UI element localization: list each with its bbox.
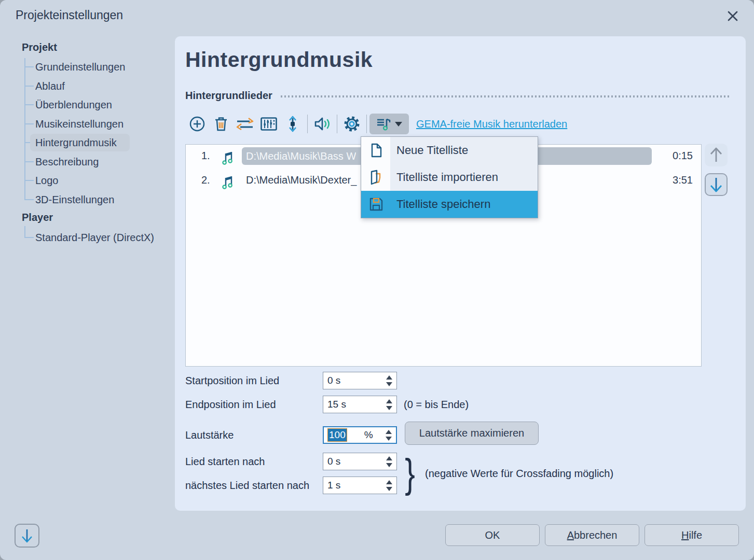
move-track-up-button[interactable] <box>705 144 728 166</box>
arrow-up-icon <box>708 147 724 163</box>
cancel-button-label: A <box>567 529 574 541</box>
song-start-field[interactable]: 0 s <box>323 453 397 470</box>
sidebar-item-beschreibung[interactable]: Beschreibung <box>35 156 99 168</box>
music-note-icon <box>221 175 235 192</box>
track-path: D:\Media\Musik\Dexter_ <box>246 174 357 186</box>
next-song-start-label: nächstes Lied starten nach <box>185 477 309 494</box>
tree-line <box>24 66 34 67</box>
arrow-down-icon <box>708 176 724 193</box>
tree-line <box>24 199 34 200</box>
move-track-down-button[interactable] <box>705 173 728 196</box>
help-button-label-rest: ilfe <box>689 529 702 541</box>
toolbar-separator <box>307 115 308 133</box>
endposition-field[interactable]: 15 s <box>323 396 397 413</box>
track-path: D:\Media\Musik\Bass W <box>246 150 356 162</box>
sidebar-item-ueberblendungen[interactable]: Überblendungen <box>35 99 112 111</box>
tree-line <box>24 104 34 105</box>
sidebar-group-player: Player <box>22 212 53 223</box>
project-settings-dialog: Projekteinstellungen Projekt Grundeinste… <box>0 0 754 560</box>
playlist-toolbar: GEMA-freie Musik herunterladen <box>185 113 567 135</box>
sidebar-group-projekt: Projekt <box>22 41 57 53</box>
endposition-label: Endposition im Lied <box>185 396 276 413</box>
section-label: Hintergrundlieder <box>185 90 272 102</box>
next-song-start-field[interactable]: 1 s <box>323 477 397 494</box>
track-duration: 0:15 <box>673 150 693 162</box>
spin-up[interactable] <box>386 480 392 484</box>
sidebar-item-logo[interactable]: Logo <box>35 174 59 187</box>
volume-field[interactable]: 100 % <box>323 426 397 444</box>
vertical-arrows-icon <box>287 116 298 132</box>
ok-button[interactable]: OK <box>445 524 540 546</box>
section-divider <box>281 95 730 97</box>
spin-up[interactable] <box>386 375 392 380</box>
add-track-button[interactable] <box>185 114 209 134</box>
ok-button-label: OK <box>485 529 500 541</box>
endposition-value: 15 s <box>327 399 346 410</box>
speaker-icon <box>314 117 331 131</box>
spin-down[interactable] <box>386 463 392 467</box>
tree-line <box>24 226 25 237</box>
menu-item-import-titlelist[interactable]: Titelliste importieren <box>361 164 538 191</box>
sidebar-item-musikeinstellungen[interactable]: Musikeinstellungen <box>35 118 124 130</box>
tree-line <box>24 86 34 87</box>
track-number: 2. <box>201 174 210 186</box>
spin-up[interactable] <box>386 399 392 403</box>
track-duration: 3:51 <box>673 174 693 186</box>
new-document-icon <box>368 143 384 158</box>
help-button[interactable]: Hilfe <box>645 524 739 546</box>
close-button[interactable] <box>726 9 739 23</box>
titlelist-dropdown-menu: Neue Titelliste Titelliste importieren <box>361 136 538 218</box>
startposition-field[interactable]: 0 s <box>323 372 397 389</box>
gema-music-link[interactable]: GEMA-freie Musik herunterladen <box>416 118 567 130</box>
spin-down[interactable] <box>386 406 392 410</box>
sidebar-item-hintergrundmusik[interactable]: Hintergrundmusik <box>35 136 117 149</box>
sidebar-item-ablauf[interactable]: Ablauf <box>35 80 65 92</box>
titlelist-menu-button[interactable] <box>369 114 409 134</box>
delete-track-button[interactable] <box>209 114 233 134</box>
volume-label: Lautstärke <box>185 426 234 444</box>
menu-item-new-titlelist[interactable]: Neue Titelliste <box>361 137 538 164</box>
page-title: Hintergrundmusik <box>185 48 373 72</box>
spin-up[interactable] <box>386 456 392 460</box>
save-icon <box>368 197 384 212</box>
sidebar-item-standard-player[interactable]: Standard-Player (DirectX) <box>35 231 154 244</box>
cancel-button-label-rest: bbrechen <box>574 529 617 541</box>
volume-value: 100 <box>328 429 347 441</box>
cancel-button[interactable]: Abbrechen <box>545 524 639 546</box>
maximize-volume-button[interactable]: Lautstärke maximieren <box>405 422 539 445</box>
section-header: Hintergrundlieder <box>185 88 730 103</box>
chevron-down-icon <box>395 122 402 127</box>
scroll-down-button[interactable] <box>15 524 39 548</box>
spin-up[interactable] <box>386 430 392 434</box>
mixer-icon <box>261 117 277 131</box>
track-number: 1. <box>201 150 210 162</box>
next-song-start-value: 1 s <box>327 480 340 491</box>
settings-button[interactable] <box>340 114 364 134</box>
main-panel: Hintergrundmusik Hintergrundlieder <box>175 36 746 511</box>
volume-unit: % <box>364 429 373 441</box>
gear-icon <box>344 116 360 132</box>
playlist-icon <box>376 117 391 131</box>
sidebar-item-grundeinstellungen[interactable]: Grundeinstellungen <box>35 61 125 73</box>
mixer-button[interactable] <box>257 114 281 134</box>
crossfade-brace: } <box>405 450 415 497</box>
reorder-vertical-button[interactable] <box>281 114 305 134</box>
swap-arrows-icon <box>235 117 255 131</box>
endposition-note: (0 = bis Ende) <box>404 396 469 413</box>
swap-tracks-button[interactable] <box>233 114 257 134</box>
volume-button[interactable] <box>310 114 334 134</box>
song-start-label: Lied starten nach <box>185 453 265 470</box>
import-titlelist-icon <box>368 170 384 185</box>
spin-down[interactable] <box>386 487 392 491</box>
tree-line <box>24 161 34 162</box>
add-icon <box>189 116 205 132</box>
menu-item-save-titlelist[interactable]: Titelliste speichern <box>361 191 538 218</box>
spin-down[interactable] <box>386 382 392 386</box>
tree-line <box>24 237 34 238</box>
crossfade-note: (negative Werte für Crossfading möglich) <box>425 468 613 480</box>
sidebar-item-3d-einstellungen[interactable]: 3D-Einstellungen <box>35 193 114 206</box>
arrow-down-icon <box>20 528 34 543</box>
startposition-value: 0 s <box>327 375 340 386</box>
spin-down[interactable] <box>386 437 392 441</box>
sidebar: Projekt Grundeinstellungen Ablauf Überbl… <box>0 36 175 519</box>
